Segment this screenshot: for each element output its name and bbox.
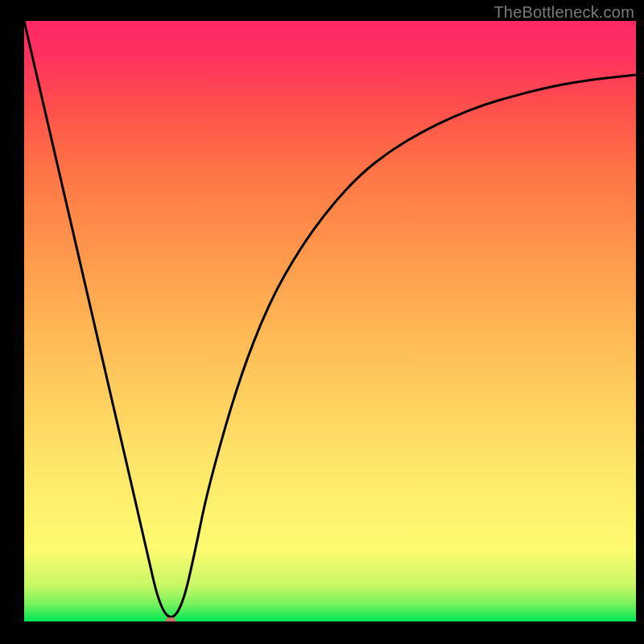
chart-frame: TheBottleneck.com — [0, 0, 644, 644]
bottleneck-curve — [24, 21, 636, 621]
watermark-text: TheBottleneck.com — [493, 3, 634, 22]
plot-area — [24, 21, 636, 621]
minimum-marker — [165, 617, 176, 621]
